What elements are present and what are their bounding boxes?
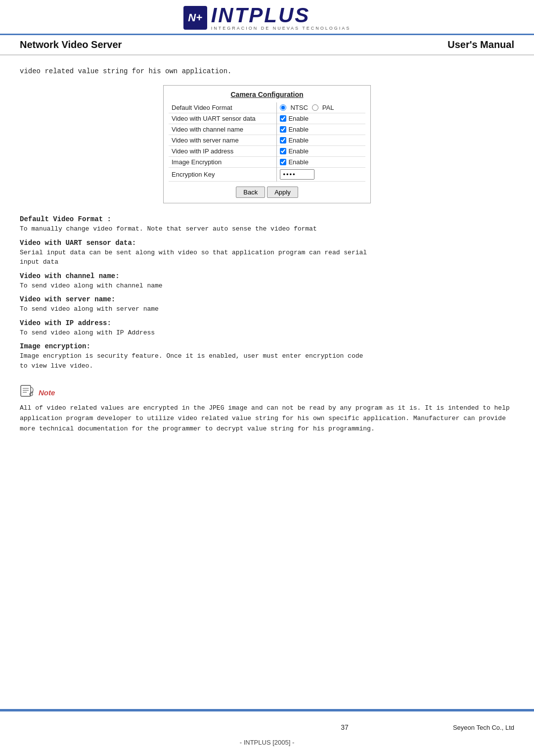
footer-bottom: - INTPLUS [2005] -	[0, 739, 534, 746]
logo-brand-text: INTPLUS	[211, 5, 351, 26]
desc-label-2: Video with channel name:	[20, 272, 514, 280]
note-text: All of video related values are encrypte…	[20, 403, 514, 434]
desc-server: Video with server name: To send video al…	[20, 295, 514, 314]
footer-bar	[0, 709, 534, 711]
checkbox-server-label: Enable	[288, 137, 308, 144]
desc-text-0: To manually change video format. Note th…	[20, 224, 514, 234]
table-row: Encryption Key	[169, 168, 365, 182]
row-label-5: Image Encryption	[169, 157, 277, 168]
desc-text-1: Serial input data can be sent along with…	[20, 248, 514, 267]
intro-text: video related value string for his own a…	[20, 67, 514, 75]
row-control-2[interactable]: Enable	[277, 124, 365, 135]
table-row: Image Encryption Enable	[169, 157, 365, 168]
camera-config-table: Default Video Format NTSC PAL Video with…	[169, 102, 365, 182]
desc-text-3: To send video along with server name	[20, 304, 514, 314]
row-control-5[interactable]: Enable	[277, 157, 365, 168]
row-control-3[interactable]: Enable	[277, 135, 365, 146]
radio-pal[interactable]	[312, 104, 318, 111]
footer-content: 37 Seyeon Tech Co., Ltd	[0, 723, 534, 731]
row-control-4[interactable]: Enable	[277, 146, 365, 157]
row-control-1[interactable]: Enable	[277, 113, 365, 124]
desc-label-1: Video with UART sensor data:	[20, 239, 514, 247]
table-row: Video with server name Enable	[169, 135, 365, 146]
checkbox-channel[interactable]	[280, 126, 286, 133]
desc-channel: Video with channel name: To send video a…	[20, 272, 514, 291]
label-pal: PAL	[322, 104, 334, 111]
note-section: Note All of video related values are enc…	[20, 384, 514, 434]
checkbox-ip-label: Enable	[288, 147, 308, 155]
footer-company: Seyeon Tech Co., Ltd	[453, 724, 514, 731]
desc-ip: Video with IP address: To send video alo…	[20, 319, 514, 338]
desc-uart: Video with UART sensor data: Serial inpu…	[20, 239, 514, 267]
checkbox-uart[interactable]	[280, 115, 286, 122]
table-row: Default Video Format NTSC PAL	[169, 102, 365, 113]
row-control-6[interactable]	[277, 168, 365, 182]
header: N+ INTPLUS INTEGRACION DE NUEVAS TECNOLO…	[0, 0, 534, 35]
row-label-3: Video with server name	[169, 135, 277, 146]
table-row: Video with IP address Enable	[169, 146, 365, 157]
desc-image-encryption: Image encryption: Image encryption is se…	[20, 342, 514, 371]
desc-text-2: To send video along with channel name	[20, 281, 514, 291]
row-label-1: Video with UART sensor data	[169, 113, 277, 124]
radio-ntsc[interactable]	[280, 104, 286, 111]
checkbox-encryption-label: Enable	[288, 158, 308, 166]
button-row: Back Apply	[169, 187, 365, 198]
note-label: Note	[39, 388, 55, 397]
table-row: Video with channel name Enable	[169, 124, 365, 135]
header-titles: Network Video Server User's Manual	[0, 35, 534, 55]
apply-button[interactable]: Apply	[267, 187, 298, 198]
title-left: Network Video Server	[20, 39, 122, 50]
svg-rect-0	[21, 385, 31, 396]
note-icon	[20, 384, 35, 400]
cam-config-title: Camera Configuration	[169, 91, 365, 98]
desc-label-4: Video with IP address:	[20, 319, 514, 327]
logo-area: N+ INTPLUS INTEGRACION DE NUEVAS TECNOLO…	[183, 5, 351, 31]
row-label-6: Encryption Key	[169, 168, 277, 182]
checkbox-uart-label: Enable	[288, 115, 308, 122]
table-row: Video with UART sensor data Enable	[169, 113, 365, 124]
row-label-4: Video with IP address	[169, 146, 277, 157]
main-content: video related value string for his own a…	[0, 55, 534, 454]
camera-config-box: Camera Configuration Default Video Forma…	[163, 85, 371, 203]
checkbox-server[interactable]	[280, 137, 286, 143]
desc-label-3: Video with server name:	[20, 295, 514, 303]
desc-label-0: Default Video Format :	[20, 215, 514, 223]
desc-text-5: Image encryption is security feature. On…	[20, 351, 514, 371]
note-header: Note	[20, 384, 514, 400]
desc-label-5: Image encryption:	[20, 342, 514, 350]
svg-point-1	[30, 393, 33, 396]
title-right: User's Manual	[447, 39, 514, 50]
desc-default-video: Default Video Format : To manually chang…	[20, 215, 514, 234]
checkbox-encryption[interactable]	[280, 159, 286, 165]
desc-text-4: To send video along with IP Address	[20, 328, 514, 338]
checkbox-ip[interactable]	[280, 148, 286, 154]
row-label-2: Video with channel name	[169, 124, 277, 135]
back-button[interactable]: Back	[236, 187, 265, 198]
encryption-key-input[interactable]	[280, 169, 314, 180]
row-control-0[interactable]: NTSC PAL	[277, 102, 365, 113]
row-label-0: Default Video Format	[169, 102, 277, 113]
footer-page: 37	[236, 723, 453, 731]
label-ntsc: NTSC	[290, 104, 308, 111]
checkbox-channel-label: Enable	[288, 126, 308, 133]
logo-sub-text: INTEGRACION DE NUEVAS TECNOLOGIAS	[211, 26, 351, 31]
